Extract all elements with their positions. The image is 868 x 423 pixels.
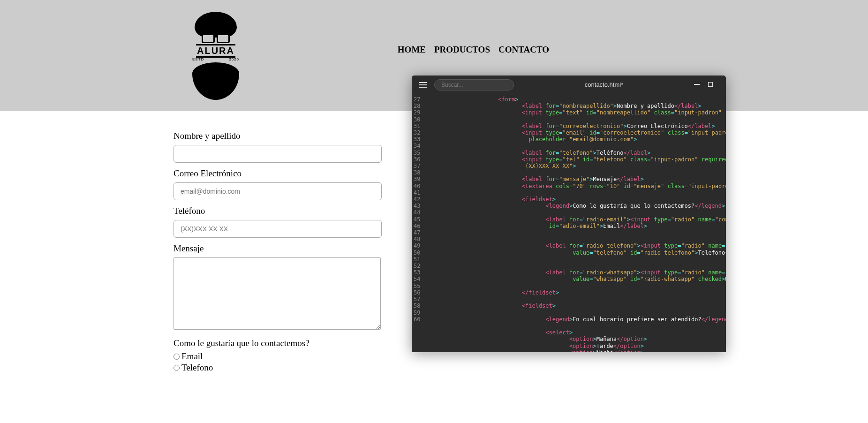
nav-productos[interactable]: PRODUCTOS	[434, 45, 490, 55]
nombre-label: Nombre y apellido	[174, 131, 385, 141]
contact-form: Nombre y apellido Correo Electrónico Tel…	[0, 111, 385, 373]
radio-email[interactable]	[174, 354, 180, 360]
editor-titlebar[interactable]: contacto.html*	[412, 76, 726, 94]
logo: ALURA ESTD 2020	[174, 9, 258, 103]
nombre-input[interactable]	[174, 145, 382, 163]
line-gutter: 27 28 29 30 31 32 33 34 35 36 37 38 39 4…	[412, 94, 424, 352]
code-editor-window: contacto.html* 27 28 29 30 31 32 33 34 3…	[412, 76, 726, 352]
editor-body[interactable]: 27 28 29 30 31 32 33 34 35 36 37 38 39 4…	[412, 94, 726, 352]
logo-beard-icon	[192, 62, 239, 100]
nav-home[interactable]: HOME	[398, 45, 426, 55]
nav-contacto[interactable]: CONTACTO	[498, 45, 549, 55]
logo-estd: ESTD	[192, 57, 204, 61]
main-nav: HOME PRODUCTOS CONTACTO	[398, 45, 549, 55]
radio-email-label: Email	[181, 351, 203, 362]
logo-subtext: ESTD 2020	[192, 57, 239, 61]
contact-legend: Como le gustaría que lo contactemos?	[174, 338, 385, 348]
logo-year: 2020	[229, 57, 239, 61]
hamburger-icon[interactable]	[416, 79, 430, 91]
radio-telefono[interactable]	[174, 365, 180, 371]
code-content[interactable]: <form> <label for="nombreapellido">Nombr…	[424, 94, 726, 352]
logo-brand: ALURA	[196, 44, 235, 58]
mensaje-textarea[interactable]	[174, 257, 381, 330]
correo-input[interactable]	[174, 182, 382, 200]
radio-telefono-label: Telefono	[181, 363, 213, 373]
minimize-icon[interactable]	[694, 81, 700, 88]
telefono-input[interactable]	[174, 220, 382, 238]
telefono-label: Teléfono	[174, 206, 385, 216]
editor-search-input[interactable]	[434, 79, 514, 91]
editor-title: contacto.html*	[514, 81, 694, 88]
mensaje-label: Mensaje	[174, 243, 385, 254]
correo-label: Correo Electrónico	[174, 168, 385, 179]
window-controls	[694, 81, 721, 88]
maximize-icon[interactable]	[708, 81, 713, 88]
logo-glasses-icon	[202, 34, 230, 43]
